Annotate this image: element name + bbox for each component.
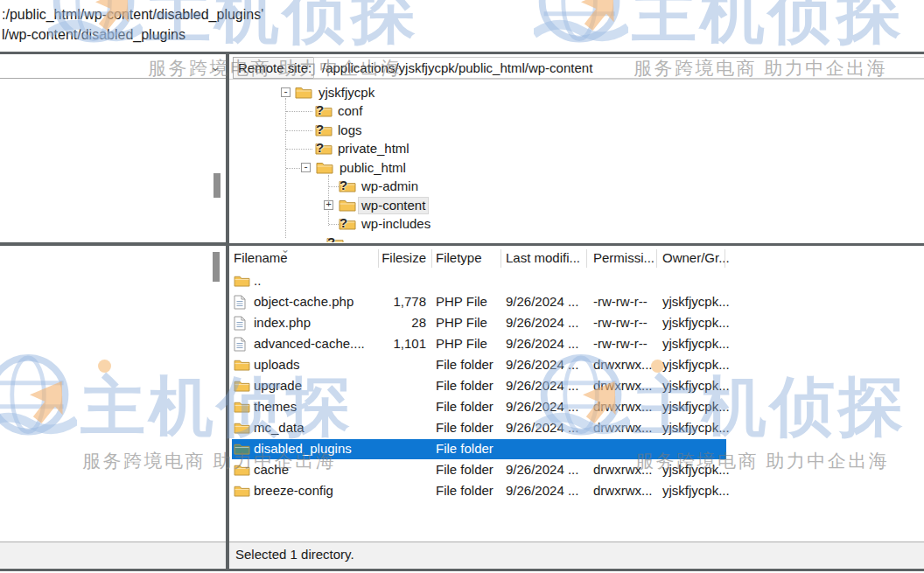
column-header-filesize[interactable]: Filesize	[361, 250, 426, 265]
scrollbar-thumb[interactable]	[214, 173, 220, 198]
file-owner: yjskfjycpk...	[662, 399, 730, 414]
file-row-selected[interactable]: disabled_plugins File folder	[230, 439, 924, 459]
status-bar: Selected 1 directory.	[0, 542, 924, 568]
tree-item-yjskfjycpk[interactable]: - yjskfjycpk	[230, 84, 924, 101]
tree-item-wp-includes[interactable]: ? wp-includes	[230, 215, 924, 233]
local-path-combo[interactable]: ⌄	[0, 56, 226, 79]
column-header-modified[interactable]: Last modifi...	[506, 250, 580, 265]
column-header-permissions[interactable]: Permissi...	[593, 250, 654, 265]
file-icon	[234, 295, 246, 310]
file-name[interactable]: upgrade	[254, 378, 302, 393]
file-row[interactable]: mc_data File folder 9/26/2024 ... drwxrw…	[230, 418, 924, 438]
collapse-box-icon[interactable]: -	[281, 87, 290, 97]
file-name[interactable]: disabled_plugins	[254, 441, 352, 456]
local-tree-panel	[0, 79, 226, 242]
folder-icon	[234, 463, 250, 476]
column-divider[interactable]	[586, 249, 587, 268]
expand-box-icon[interactable]: +	[324, 200, 333, 210]
tree-item-label[interactable]: logs	[335, 122, 365, 138]
file-owner: yjskfjycpk...	[662, 462, 730, 477]
file-name[interactable]: breeze-config	[254, 483, 333, 498]
log-line: :/public_html/wp-content/disabled_plugin…	[2, 4, 263, 24]
file-name[interactable]: mc_data	[254, 420, 304, 435]
folder-icon	[234, 400, 250, 413]
column-header-owner[interactable]: Owner/Gr...	[662, 250, 730, 265]
question-mark-icon: ?	[316, 122, 324, 136]
file-row[interactable]: breeze-config File folder 9/26/2024 ... …	[230, 481, 924, 501]
chevron-down-icon[interactable]: ⌄	[210, 59, 220, 73]
tree-item-label[interactable]: wp-content	[359, 198, 428, 213]
tree-item-label[interactable]: private_html	[335, 141, 412, 157]
tree-item-wp-admin[interactable]: ? wp-admin	[230, 178, 924, 195]
file-name[interactable]: uploads	[254, 357, 300, 372]
column-divider[interactable]	[724, 249, 725, 268]
file-size: 1,101	[361, 336, 426, 351]
file-modified: 9/26/2024 ...	[506, 294, 578, 309]
folder-icon	[234, 442, 250, 455]
question-mark-icon: ?	[340, 178, 347, 192]
tree-item-label[interactable]: wp-includes	[359, 216, 433, 232]
tree-item-conf[interactable]: ? conf	[230, 102, 924, 120]
status-text: Selected 1 directory.	[235, 547, 354, 562]
folder-icon	[234, 421, 250, 434]
file-row[interactable]: object-cache.php 1,778 PHP File 9/26/202…	[230, 292, 924, 312]
tree-item-label[interactable]: yjskfjycpk	[316, 85, 377, 101]
column-divider[interactable]	[431, 249, 432, 268]
question-mark-icon: ?	[327, 234, 335, 242]
panel-splitter[interactable]	[226, 54, 229, 571]
file-modified: 9/26/2024 ...	[506, 357, 578, 372]
file-name[interactable]: ..	[254, 273, 261, 288]
tree-item-wp-content[interactable]: + wp-content	[230, 197, 924, 214]
column-header-filetype[interactable]: Filetype	[436, 250, 482, 265]
file-row[interactable]: cache File folder 9/26/2024 ... drwxrwx.…	[230, 460, 924, 480]
watermark-brand: 主机侦探	[632, 0, 905, 47]
file-name[interactable]: index.php	[254, 315, 311, 330]
column-header-filename[interactable]: Filename	[234, 250, 288, 265]
file-permissions: drwxrwx...	[593, 462, 653, 477]
bottom-divider	[0, 569, 924, 571]
scrollbar-thumb[interactable]	[213, 252, 220, 282]
file-name[interactable]: object-cache.php	[254, 294, 354, 309]
file-row[interactable]: themes File folder 9/26/2024 ... drwxrwx…	[230, 397, 924, 417]
remote-path-field[interactable]: /applications/yjskfjycpk/public_html/wp-…	[313, 57, 924, 79]
column-divider[interactable]	[656, 249, 657, 268]
file-row-updir[interactable]: ..	[230, 271, 924, 291]
file-permissions: -rw-rw-r--	[593, 336, 648, 351]
column-divider[interactable]	[378, 249, 379, 268]
remote-tree: - yjskfjycpk ? conf ? logs ? private_htm…	[230, 80, 924, 242]
question-mark-icon: ?	[340, 215, 347, 230]
local-list-panel	[0, 245, 226, 541]
file-row[interactable]: upgrade File folder 9/26/2024 ... drwxrw…	[230, 376, 924, 396]
file-owner: yjskfjycpk...	[662, 420, 730, 435]
panel-top-divider	[0, 52, 924, 54]
file-type: PHP File	[436, 315, 487, 330]
file-owner: yjskfjycpk...	[662, 294, 730, 309]
tree-item-logs[interactable]: ? logs	[230, 122, 924, 139]
globe-logo-icon	[534, 0, 628, 54]
file-owner: yjskfjycpk...	[662, 336, 730, 351]
folder-icon	[316, 160, 333, 174]
file-row[interactable]: advanced-cache.... 1,101 PHP File 9/26/2…	[230, 334, 924, 354]
tree-item-public-html[interactable]: - public_html	[230, 159, 924, 177]
tree-item-label[interactable]: conf	[335, 103, 365, 119]
file-name[interactable]: cache	[254, 462, 289, 477]
tree-connector	[286, 149, 312, 150]
column-divider[interactable]	[500, 249, 501, 268]
tree-item-label[interactable]: wp-admin	[359, 178, 421, 194]
tree-connector	[286, 130, 312, 131]
file-size: 1,778	[361, 294, 426, 309]
folder-icon	[234, 274, 250, 287]
folder-icon	[339, 198, 356, 212]
tree-item-private-html[interactable]: ? private_html	[230, 140, 924, 157]
panel-middle-divider	[0, 243, 924, 246]
file-row[interactable]: uploads File folder 9/26/2024 ... drwxrw…	[230, 355, 924, 375]
tree-item-label[interactable]: public_html	[337, 160, 409, 176]
file-type: PHP File	[436, 336, 487, 351]
file-permissions: drwxrwx...	[593, 399, 653, 414]
remote-site-label: Remote site:	[233, 57, 318, 79]
file-name[interactable]: themes	[254, 399, 297, 414]
collapse-box-icon[interactable]: -	[301, 163, 311, 172]
file-name[interactable]: advanced-cache....	[254, 336, 365, 351]
file-owner: yjskfjycpk...	[662, 483, 730, 498]
file-row[interactable]: index.php 28 PHP File 9/26/2024 ... -rw-…	[230, 313, 924, 333]
